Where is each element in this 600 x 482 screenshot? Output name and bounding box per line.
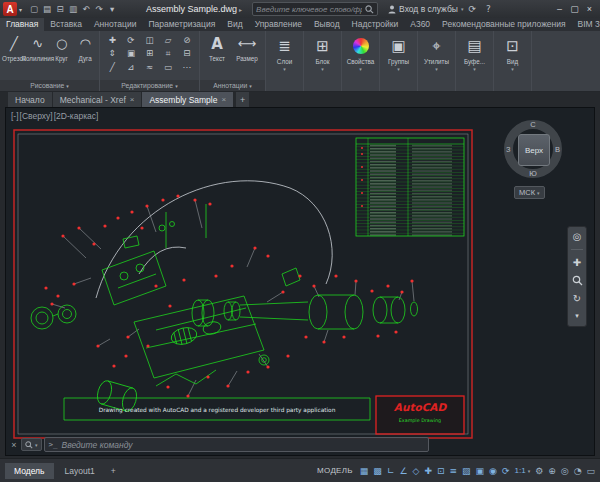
drawing-area[interactable]: [-] [Сверху] [2D-каркас] (5, 107, 595, 456)
sign-in-button[interactable]: Вход в службы ▾ (388, 4, 463, 14)
circle-button[interactable]: ○ Круг (50, 33, 74, 80)
navbar-more-icon[interactable]: ▾ (575, 311, 579, 322)
recent-commands-icon[interactable]: ▾ (35, 442, 38, 448)
annotation-monitor-icon[interactable]: ⊕ (548, 466, 556, 476)
copy-icon[interactable]: ▣ (122, 48, 141, 59)
view-cube[interactable]: С З В Ю Верх (504, 120, 562, 178)
snap-icon[interactable]: ▩ (373, 466, 382, 476)
annotation-panel-label[interactable]: Аннотации ▾ (200, 80, 265, 91)
hatch-icon[interactable]: ⌗ (159, 48, 178, 59)
pan-icon[interactable]: ✚ (573, 257, 581, 268)
new-icon[interactable]: ▢ (28, 4, 40, 14)
viewport-visual-style-button[interactable]: [2D-каркас] (54, 111, 99, 121)
mirror-icon[interactable]: ▱ (159, 35, 178, 45)
model-tab[interactable]: Модель (5, 463, 54, 479)
model-space-button[interactable]: МОДЕЛЬ (317, 466, 353, 475)
application-menu-arrow-icon[interactable]: ▾ (19, 6, 22, 13)
layers-panel-button[interactable]: ≣ Слои ▾ (266, 31, 304, 91)
compass-east-label[interactable]: В (555, 145, 560, 154)
object-snap-tracking-icon[interactable]: ✚ (424, 466, 432, 476)
clipboard-panel-button[interactable]: ▤ Буфе... ▾ (456, 31, 494, 91)
view-cube-top-face[interactable]: Верх (518, 134, 550, 166)
open-icon[interactable]: ▤ (41, 4, 53, 14)
more-tools-icon[interactable]: ⋯ (177, 62, 196, 72)
stretch-icon[interactable]: ⇕ (103, 48, 122, 59)
file-tab-assembly-sample[interactable]: Assembly Sample × (142, 92, 233, 107)
ribbon-tab[interactable]: Вставка (44, 18, 88, 31)
fillet-icon[interactable]: ⊿ (122, 62, 141, 72)
draw-panel-label[interactable]: Рисование ▾ (0, 80, 99, 91)
clean-screen-icon[interactable]: ▭ (586, 466, 595, 476)
polyline-button[interactable]: ∿ Полилиния (26, 33, 50, 80)
ribbon-tab[interactable]: Вид (221, 18, 248, 31)
command-search-icon[interactable] (25, 441, 33, 449)
compass-south-label[interactable]: Ю (529, 169, 537, 178)
close-tab-icon[interactable]: × (221, 95, 226, 104)
object-snap-icon[interactable]: ⊡ (437, 466, 445, 476)
close-button[interactable]: × (582, 4, 597, 14)
viewport-menu-button[interactable]: [-] (11, 111, 19, 121)
lineweight-icon[interactable]: ≡ (450, 466, 458, 476)
explode-icon[interactable]: ▭ (159, 62, 178, 72)
ribbon-tab[interactable]: Надстройки (346, 18, 405, 31)
new-drawing-tab-button[interactable]: + (236, 92, 249, 107)
properties-panel-button[interactable]: Свойства ▾ (342, 31, 380, 91)
compass-north-label[interactable]: С (530, 120, 535, 129)
command-input[interactable]: >_ Введите команду (44, 437, 429, 452)
compass-west-label[interactable]: З (506, 145, 511, 154)
ribbon-tab[interactable]: A360 (404, 18, 436, 31)
close-tab-icon[interactable]: × (130, 95, 135, 104)
view-panel-button[interactable]: ⊡ Вид ▾ (494, 31, 532, 91)
redo-icon[interactable]: ↷ (93, 4, 105, 14)
array-icon[interactable]: ⊞ (140, 48, 159, 59)
file-tab-start[interactable]: Начало (8, 92, 52, 107)
trim-icon[interactable]: ◫ (140, 35, 159, 45)
grid-icon[interactable]: ▦ (360, 466, 369, 476)
ribbon-tab[interactable]: Вывод (308, 18, 346, 31)
arc-button[interactable]: ◠ Дуга (73, 33, 97, 80)
isolate-objects-icon[interactable]: ◎ (561, 466, 569, 476)
modify-panel-label[interactable]: Редактирование ▾ (100, 80, 199, 91)
application-menu-button[interactable]: A (3, 2, 17, 16)
annotation-visibility-icon[interactable]: ◉ (489, 466, 497, 476)
offset-icon[interactable]: ⊟ (177, 48, 196, 59)
ribbon-tab[interactable]: Главная (0, 18, 44, 31)
navigation-wheel-icon[interactable]: ◎ (573, 231, 582, 242)
ribbon-tab[interactable]: BIM 360 (572, 18, 600, 31)
undo-icon[interactable]: ↶ (80, 4, 92, 14)
help-search-box[interactable]: Введите ключевое слово/фразу (252, 2, 378, 16)
block-panel-button[interactable]: ⊞ Блок ▾ (304, 31, 342, 91)
autoscale-icon[interactable]: ⟳ (502, 466, 510, 476)
isodraft-icon[interactable]: ◇ (413, 466, 420, 476)
groups-panel-button[interactable]: ▣ Группы ▾ (380, 31, 418, 91)
move-icon[interactable]: ✚ (103, 35, 122, 45)
command-line-close-icon[interactable]: × (9, 440, 19, 450)
help-icon[interactable]: ? (481, 4, 495, 14)
search-icon[interactable] (365, 5, 374, 14)
layout1-tab[interactable]: Layout1 (56, 463, 104, 479)
transparency-icon[interactable]: ▨ (462, 466, 471, 476)
ribbon-tab[interactable]: Аннотации (88, 18, 143, 31)
erase-icon[interactable]: ⊘ (177, 35, 196, 45)
annotation-scale-button[interactable]: 1:1 ▾ (515, 466, 531, 475)
qat-customize-icon[interactable]: ▾ (106, 4, 118, 14)
ribbon-tab[interactable]: Рекомендованные приложения (436, 18, 571, 31)
selection-cycling-icon[interactable]: ▣ (476, 466, 485, 476)
ribbon-tab[interactable]: Управление (249, 18, 308, 31)
smooth-icon[interactable]: ≈ (140, 62, 159, 72)
maximize-button[interactable]: ▢ (567, 4, 582, 14)
plot-icon[interactable]: ▥ (67, 4, 79, 14)
workspace-gear-icon[interactable]: ⚙ (535, 466, 543, 476)
save-icon[interactable]: ⊟ (54, 4, 66, 14)
rotate-icon[interactable]: ⟳ (122, 35, 141, 45)
orbit-icon[interactable]: ↻ (573, 293, 581, 304)
viewport-view-button[interactable]: [Сверху] (20, 111, 53, 121)
extend-icon[interactable]: ╱ (103, 62, 122, 72)
file-tab-mechanical-xref[interactable]: Mechanical - Xref × (53, 92, 142, 107)
ribbon-tab[interactable]: Параметризация (142, 18, 221, 31)
minimize-button[interactable]: – (552, 4, 567, 14)
text-button[interactable]: A Текст (202, 33, 232, 80)
ortho-icon[interactable]: ∟ (387, 466, 395, 476)
utilities-panel-button[interactable]: ⌖ Утилиты ▾ (418, 31, 456, 91)
polar-tracking-icon[interactable]: ∠ (399, 466, 407, 476)
